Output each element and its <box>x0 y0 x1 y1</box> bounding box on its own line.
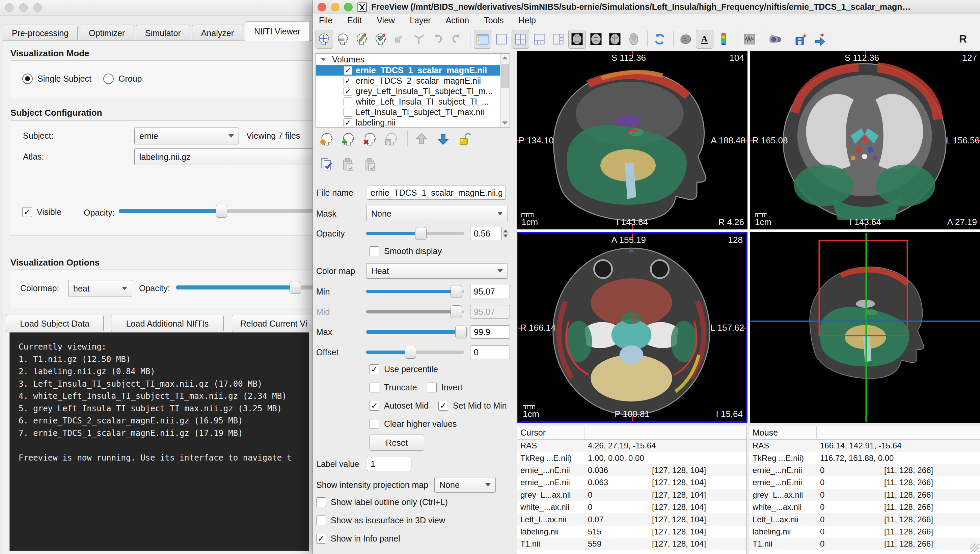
volume-visible-checkbox[interactable] <box>344 108 352 117</box>
autoset-mid-box[interactable] <box>370 401 379 411</box>
radio-single-subject[interactable]: Single Subject <box>22 73 91 84</box>
move-layer-up-icon[interactable] <box>412 130 431 148</box>
menu-tools[interactable]: Tools <box>484 16 504 25</box>
visible-checkbox[interactable]: Visible <box>22 207 61 217</box>
goto-point-icon[interactable] <box>812 30 829 49</box>
file-name-input[interactable] <box>367 186 506 200</box>
collapse-icon[interactable] <box>320 58 326 61</box>
tab-analyzer[interactable]: Analyzer <box>192 25 243 41</box>
menu-view[interactable]: View <box>377 16 395 25</box>
tab-pre-processing[interactable]: Pre-processing <box>3 25 78 41</box>
layout-1n3-icon[interactable] <box>550 30 567 49</box>
refresh-icon[interactable] <box>651 30 669 49</box>
view-3d[interactable] <box>750 232 980 423</box>
volume-item[interactable]: Left_Insula_TI_subject_TI_max.nii <box>316 107 510 118</box>
layout-1x3-icon[interactable] <box>531 30 548 49</box>
pointset-edit-icon[interactable] <box>391 30 409 49</box>
show-control-panel-icon[interactable] <box>474 30 491 49</box>
volume-item[interactable]: ernie_TDCS_1_scalar_magnE.nii <box>316 65 510 76</box>
screenshot-icon[interactable] <box>767 30 784 49</box>
view-sagittal[interactable]: S 112.36 104 P 134.10 A 188.48 1cm I 143… <box>517 51 747 229</box>
view-sagittal-icon[interactable] <box>568 30 586 49</box>
visible-checkbox-box[interactable] <box>22 207 32 217</box>
volumes-scrollbar[interactable] <box>500 54 510 127</box>
menu-help[interactable]: Help <box>519 16 536 25</box>
truncate-box[interactable] <box>370 383 379 392</box>
spin-arrows[interactable] <box>503 229 508 237</box>
view-axial[interactable]: A 155.19 128 R 166.14 L 157.62 1cm P 100… <box>517 232 747 423</box>
copy-settings-icon[interactable] <box>317 155 336 174</box>
volume-visible-checkbox[interactable] <box>344 118 352 127</box>
surface-region-icon[interactable] <box>677 30 695 49</box>
atlas-opacity-slider[interactable] <box>119 209 314 213</box>
max-input[interactable] <box>470 325 510 339</box>
show-in-info-panel-box[interactable] <box>316 534 326 544</box>
move-layer-down-icon[interactable] <box>433 130 453 148</box>
smooth-display-box[interactable] <box>370 246 379 256</box>
load-volume-icon[interactable] <box>317 130 336 148</box>
use-percentile-box[interactable] <box>370 365 379 374</box>
show-isosurface-checkbox[interactable]: Show as isosurface in 3D view <box>316 516 445 525</box>
volume-item[interactable]: ernie_TDCS_2_scalar_magnE.nii <box>316 76 510 86</box>
path-edit-icon[interactable] <box>410 30 427 49</box>
reset-button[interactable]: Reset <box>370 435 424 451</box>
label-value-input[interactable] <box>367 457 411 471</box>
volume-visible-checkbox[interactable] <box>344 66 352 75</box>
freeview-titlebar[interactable]: FreeView (/mnt/BIDS_new/derivatives/SimN… <box>313 0 980 14</box>
save-volume-icon[interactable] <box>382 130 401 148</box>
intensity-projection-select[interactable]: None <box>434 477 496 493</box>
colormap-select[interactable]: heat <box>68 280 132 297</box>
clear-higher-values-box[interactable] <box>370 419 379 429</box>
atlas-select[interactable]: labeling.nii.gz <box>134 148 314 165</box>
show-label-outline-box[interactable] <box>316 497 326 507</box>
cursor-panel-header[interactable]: Cursor <box>517 426 746 439</box>
color-map-select[interactable]: Heat <box>366 263 508 279</box>
show-annotation-icon[interactable]: A <box>696 30 714 49</box>
tab-simulator[interactable]: Simulator <box>136 25 190 41</box>
max-slider[interactable] <box>366 330 464 334</box>
view-coronal[interactable]: S 112.36 127 R 165.08 L 156.56 1cm I 143… <box>750 51 980 229</box>
undo-icon[interactable] <box>429 30 446 49</box>
save-point-set-icon[interactable] <box>793 30 810 49</box>
scroll-down-icon[interactable] <box>502 121 508 124</box>
radio-group[interactable]: Group <box>103 73 142 84</box>
min-slider[interactable] <box>366 290 464 293</box>
mouse-panel-header[interactable]: Mouse <box>749 426 980 439</box>
menu-action[interactable]: Action <box>446 16 469 25</box>
volume-visible-checkbox[interactable] <box>344 97 352 106</box>
paste-settings-all-icon[interactable] <box>360 155 380 174</box>
redo-icon[interactable] <box>448 30 465 49</box>
opacity-spinbox[interactable] <box>470 227 502 240</box>
mask-select[interactable]: None <box>366 206 508 221</box>
menu-file[interactable]: File <box>319 16 332 25</box>
close-window-button[interactable] <box>317 3 326 11</box>
close-volume-icon[interactable] <box>360 130 380 148</box>
new-volume-icon[interactable] <box>338 130 358 148</box>
scroll-up-icon[interactable] <box>502 56 508 59</box>
volume-item[interactable]: white_Left_Insula_TI_subject_TI_... <box>316 97 510 107</box>
show-in-info-panel-checkbox[interactable]: Show in Info panel <box>316 534 400 544</box>
set-mid-to-min-box[interactable] <box>438 401 448 411</box>
layout-2x2-icon[interactable] <box>512 30 529 49</box>
load-additional-niftis-button[interactable]: Load Additional NIfTIs <box>111 315 224 332</box>
maximize-window-button[interactable] <box>344 3 353 11</box>
time-course-icon[interactable] <box>741 30 758 49</box>
load-subject-data-button[interactable]: Load Subject Data <box>6 315 104 332</box>
close-window-button[interactable] <box>5 3 13 12</box>
truncate-checkbox[interactable]: Truncate <box>370 383 417 392</box>
use-percentile-checkbox[interactable]: Use percentile <box>370 365 438 374</box>
radio-group-dot[interactable] <box>103 73 114 84</box>
volume-item[interactable]: grey_Left_Insula_TI_subject_TI_m... <box>316 86 510 97</box>
maximize-window-button[interactable] <box>33 3 42 12</box>
paste-settings-icon[interactable] <box>338 155 358 174</box>
offset-slider[interactable] <box>366 350 464 354</box>
show-label-outline-checkbox[interactable]: Show label outline only (Ctrl+L) <box>316 497 448 507</box>
view-3d-icon[interactable] <box>625 30 642 49</box>
invert-checkbox[interactable]: Invert <box>427 383 463 392</box>
min-input[interactable] <box>470 285 510 298</box>
reload-current-view-button[interactable]: Reload Current Vi <box>232 315 314 332</box>
simnibs-titlebar[interactable] <box>0 0 314 16</box>
roi-edit-icon[interactable]: R <box>372 30 390 49</box>
smooth-display-checkbox[interactable]: Smooth display <box>370 246 442 256</box>
volume-item[interactable]: labeling.nii <box>316 118 510 127</box>
